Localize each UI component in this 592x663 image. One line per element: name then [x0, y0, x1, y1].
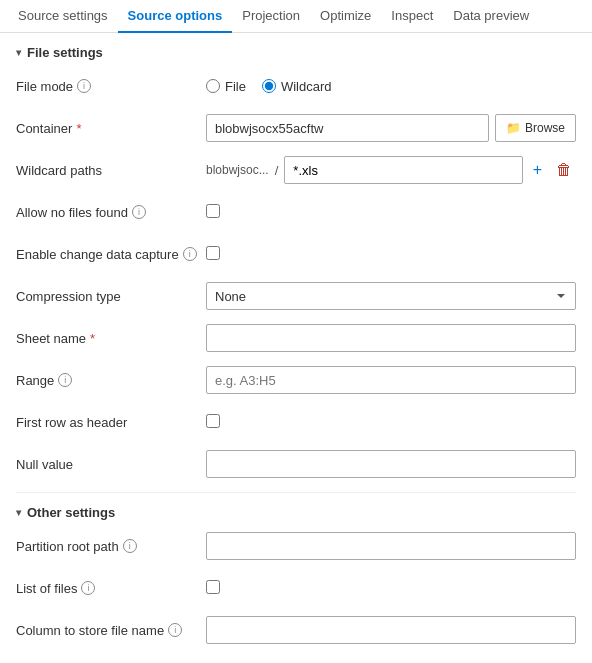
sheet-name-control: [206, 324, 576, 352]
file-mode-wildcard-option[interactable]: Wildcard: [262, 79, 332, 94]
tab-source-settings[interactable]: Source settings: [8, 0, 118, 33]
wildcard-paths-label-wrapper: Wildcard paths: [16, 163, 206, 178]
tab-data-preview[interactable]: Data preview: [443, 0, 539, 33]
tab-optimize[interactable]: Optimize: [310, 0, 381, 33]
range-input[interactable]: [206, 366, 576, 394]
file-mode-wildcard-label: Wildcard: [281, 79, 332, 94]
partition-root-path-input[interactable]: [206, 532, 576, 560]
enable-change-capture-info-icon[interactable]: i: [183, 247, 197, 261]
partition-root-path-label-wrapper: Partition root path i: [16, 539, 206, 554]
wildcard-paths-label: Wildcard paths: [16, 163, 102, 178]
null-value-label-wrapper: Null value: [16, 457, 206, 472]
first-row-header-label: First row as header: [16, 415, 127, 430]
list-of-files-checkbox[interactable]: [206, 580, 220, 594]
file-mode-wildcard-radio[interactable]: [262, 79, 276, 93]
first-row-header-checkbox[interactable]: [206, 414, 220, 428]
file-mode-row: File mode i File Wildcard: [16, 72, 576, 100]
other-settings-chevron: ▾: [16, 507, 21, 518]
list-of-files-control: [206, 580, 576, 597]
list-of-files-label: List of files: [16, 581, 77, 596]
file-mode-label-wrapper: File mode i: [16, 79, 206, 94]
tab-projection[interactable]: Projection: [232, 0, 310, 33]
file-settings-section-header[interactable]: ▾ File settings: [16, 45, 576, 60]
wildcard-add-button[interactable]: +: [529, 159, 546, 181]
null-value-control: [206, 450, 576, 478]
compression-type-control: None gzip deflate bzip2 snappy: [206, 282, 576, 310]
after-completion-row: After completion * No action Delete sour…: [16, 658, 576, 663]
column-store-filename-label: Column to store file name: [16, 623, 164, 638]
allow-no-files-checkbox[interactable]: [206, 204, 220, 218]
wildcard-delete-button[interactable]: 🗑: [552, 159, 576, 181]
null-value-label: Null value: [16, 457, 73, 472]
tab-inspect[interactable]: Inspect: [381, 0, 443, 33]
null-value-row: Null value: [16, 450, 576, 478]
range-control: [206, 366, 576, 394]
container-row: Container * 📁 Browse: [16, 114, 576, 142]
tabs-bar: Source settingsSource optionsProjectionO…: [0, 0, 592, 33]
file-mode-label: File mode: [16, 79, 73, 94]
sheet-name-input[interactable]: [206, 324, 576, 352]
partition-root-path-info-icon[interactable]: i: [123, 539, 137, 553]
file-mode-control: File Wildcard: [206, 79, 576, 94]
file-settings-chevron: ▾: [16, 47, 21, 58]
enable-change-capture-row: Enable change data capture i: [16, 240, 576, 268]
sheet-name-label-wrapper: Sheet name *: [16, 331, 206, 346]
wildcard-paths-control: blobwjsoc... / + 🗑: [206, 156, 576, 184]
file-mode-file-label: File: [225, 79, 246, 94]
container-required: *: [76, 121, 81, 136]
other-settings-label: Other settings: [27, 505, 115, 520]
enable-change-capture-label-wrapper: Enable change data capture i: [16, 247, 206, 262]
compression-type-row: Compression type None gzip deflate bzip2…: [16, 282, 576, 310]
first-row-header-label-wrapper: First row as header: [16, 415, 206, 430]
list-of-files-row: List of files i: [16, 574, 576, 602]
column-store-filename-input[interactable]: [206, 616, 576, 644]
partition-root-path-control: [206, 532, 576, 560]
allow-no-files-control: [206, 204, 576, 221]
sheet-name-row: Sheet name *: [16, 324, 576, 352]
enable-change-capture-checkbox[interactable]: [206, 246, 220, 260]
column-store-filename-row: Column to store file name i: [16, 616, 576, 644]
file-mode-file-option[interactable]: File: [206, 79, 246, 94]
range-info-icon[interactable]: i: [58, 373, 72, 387]
container-label: Container: [16, 121, 72, 136]
browse-label: Browse: [525, 121, 565, 135]
range-row: Range i: [16, 366, 576, 394]
browse-folder-icon: 📁: [506, 121, 521, 135]
container-browse-button[interactable]: 📁 Browse: [495, 114, 576, 142]
allow-no-files-label: Allow no files found: [16, 205, 128, 220]
enable-change-capture-control: [206, 246, 576, 263]
column-store-filename-label-wrapper: Column to store file name i: [16, 623, 206, 638]
list-of-files-info-icon[interactable]: i: [81, 581, 95, 595]
wildcard-path-input[interactable]: [284, 156, 522, 184]
compression-type-label: Compression type: [16, 289, 121, 304]
allow-no-files-info-icon[interactable]: i: [132, 205, 146, 219]
list-of-files-label-wrapper: List of files i: [16, 581, 206, 596]
column-store-filename-info-icon[interactable]: i: [168, 623, 182, 637]
null-value-input[interactable]: [206, 450, 576, 478]
allow-no-files-label-wrapper: Allow no files found i: [16, 205, 206, 220]
wildcard-paths-row: Wildcard paths blobwjsoc... / + 🗑: [16, 156, 576, 184]
enable-change-capture-label: Enable change data capture: [16, 247, 179, 262]
sheet-name-required: *: [90, 331, 95, 346]
column-store-filename-control: [206, 616, 576, 644]
wildcard-prefix: blobwjsoc...: [206, 163, 269, 177]
compression-type-select[interactable]: None gzip deflate bzip2 snappy: [206, 282, 576, 310]
section-divider: [16, 492, 576, 493]
partition-root-path-label: Partition root path: [16, 539, 119, 554]
other-settings-section-header[interactable]: ▾ Other settings: [16, 505, 576, 520]
partition-root-path-row: Partition root path i: [16, 532, 576, 560]
container-control: 📁 Browse: [206, 114, 576, 142]
allow-no-files-row: Allow no files found i: [16, 198, 576, 226]
compression-type-label-wrapper: Compression type: [16, 289, 206, 304]
file-mode-file-radio[interactable]: [206, 79, 220, 93]
range-label-wrapper: Range i: [16, 373, 206, 388]
container-label-wrapper: Container *: [16, 121, 206, 136]
wildcard-separator: /: [275, 163, 279, 178]
file-mode-info-icon[interactable]: i: [77, 79, 91, 93]
file-settings-label: File settings: [27, 45, 103, 60]
container-input[interactable]: [206, 114, 489, 142]
sheet-name-label: Sheet name: [16, 331, 86, 346]
tab-source-options[interactable]: Source options: [118, 0, 233, 33]
first-row-header-row: First row as header: [16, 408, 576, 436]
range-label: Range: [16, 373, 54, 388]
